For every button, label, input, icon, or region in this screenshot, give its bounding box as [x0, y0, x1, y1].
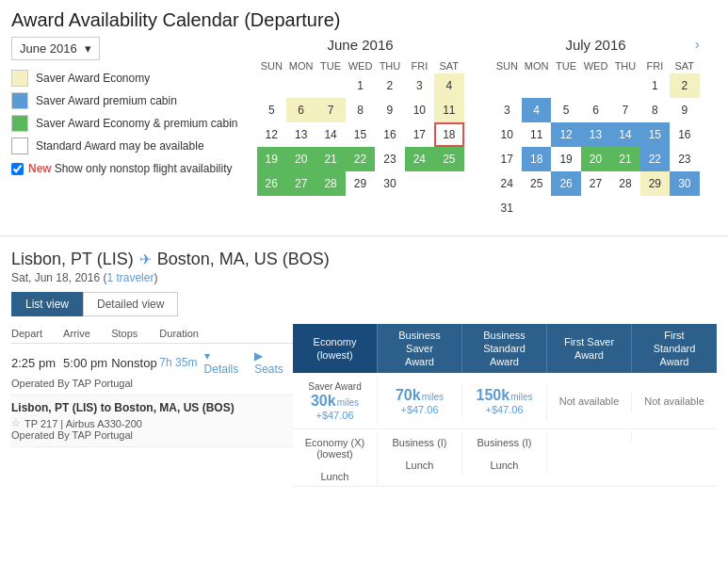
award-cell-biz-saver[interactable]: 70k miles +$47.06: [378, 383, 462, 419]
cal-cell[interactable]: 5: [551, 98, 580, 122]
tab-detailed-view[interactable]: Detailed view: [83, 292, 178, 316]
cal-cell[interactable]: 4: [434, 73, 463, 98]
star-icon: ☆: [11, 417, 21, 429]
tab-list-view[interactable]: List view: [11, 292, 83, 316]
cal-cell[interactable]: 1: [346, 73, 375, 98]
cal-cell[interactable]: 3: [405, 73, 434, 98]
cal-cell[interactable]: 7: [610, 98, 639, 122]
cal-cell[interactable]: 6: [581, 98, 610, 122]
details-link[interactable]: ▾ Details: [204, 349, 246, 376]
award-header-first-standard: FirstStandardAward: [632, 324, 717, 373]
cal-cell[interactable]: 4: [522, 98, 551, 122]
economy-miles-unit: miles: [337, 397, 359, 408]
seats-link[interactable]: ▶ Seats: [254, 349, 293, 376]
cal-cell: [434, 171, 463, 196]
cal-cell[interactable]: 22: [346, 147, 375, 171]
cal-cell: [315, 73, 345, 98]
cal-cell[interactable]: 28: [610, 171, 639, 196]
cal-cell[interactable]: 2: [375, 73, 404, 98]
award-row-1: Saver Award 30k miles +$47.06 70k miles …: [293, 373, 717, 429]
july-header: July 2016 ›: [493, 37, 700, 53]
cal-cell[interactable]: 25: [434, 147, 463, 171]
cal-day-header: TUE: [551, 58, 580, 73]
award-header-biz-standard: BusinessStandardAward: [462, 324, 547, 373]
award-cell-first-saver: Not available: [547, 392, 632, 411]
biz-saver-miles-unit: miles: [422, 392, 444, 402]
cal-cell[interactable]: 23: [670, 147, 699, 171]
cal-cell[interactable]: 26: [551, 171, 580, 196]
cal-cell[interactable]: 12: [551, 122, 580, 147]
flight-table: Depart Arrive Stops Duration 2:25 pm 5:0…: [11, 324, 717, 487]
cal-cell[interactable]: 10: [493, 122, 522, 147]
cal-cell: [610, 196, 639, 220]
flight-right: Economy(lowest) BusinessSaverAward Busin…: [293, 324, 717, 487]
next-month-icon[interactable]: ›: [695, 37, 700, 52]
award-cell-economy[interactable]: Saver Award 30k miles +$47.06: [293, 378, 378, 425]
flight-section: Lisbon, PT (LIS) ✈ Boston, MA, US (BOS) …: [0, 242, 728, 487]
cal-cell: [640, 196, 670, 220]
cal-cell[interactable]: 27: [286, 171, 315, 196]
cal-cell[interactable]: 30: [670, 171, 699, 196]
cal-cell[interactable]: 8: [346, 98, 375, 122]
cal-cell[interactable]: 9: [670, 98, 699, 122]
col-header-duration: Duration: [159, 328, 203, 339]
cal-cell[interactable]: 31: [493, 196, 522, 220]
cal-cell[interactable]: 13: [286, 122, 315, 147]
cal-cell[interactable]: 18: [434, 122, 463, 147]
cal-cell[interactable]: 19: [257, 147, 286, 171]
flight-stops: Nonstop: [111, 356, 159, 370]
cal-cell[interactable]: 14: [315, 122, 345, 147]
cal-cell[interactable]: 16: [375, 122, 404, 147]
june-grid: SUNMONTUEWEDTHUFRISAT 123456789101112131…: [257, 58, 464, 196]
cal-cell[interactable]: 29: [346, 171, 375, 196]
cal-cell[interactable]: 23: [375, 147, 404, 171]
cal-cell[interactable]: 26: [257, 171, 286, 196]
cal-cell[interactable]: 15: [346, 122, 375, 147]
cal-cell: [257, 73, 286, 98]
cal-cell[interactable]: 3: [493, 98, 522, 122]
cal-cell[interactable]: 8: [640, 98, 670, 122]
cal-cell[interactable]: 19: [551, 147, 580, 171]
cal-cell[interactable]: 18: [522, 147, 551, 171]
cal-cell[interactable]: 6: [286, 98, 315, 122]
nonstop-checkbox[interactable]: [11, 163, 24, 175]
month-dropdown[interactable]: June 2016 ▾: [11, 37, 100, 60]
cal-cell[interactable]: 30: [375, 171, 404, 196]
cal-cell[interactable]: 28: [315, 171, 345, 196]
cal-cell[interactable]: 21: [610, 147, 639, 171]
cal-cell[interactable]: 11: [434, 98, 463, 122]
cal-cell[interactable]: 7: [315, 98, 345, 122]
cal-cell[interactable]: 15: [640, 122, 670, 147]
cal-cell[interactable]: 9: [375, 98, 404, 122]
cal-cell[interactable]: 29: [640, 171, 670, 196]
cal-cell[interactable]: 24: [405, 147, 434, 171]
cal-cell[interactable]: 1: [640, 73, 670, 98]
cal-cell[interactable]: 5: [257, 98, 286, 122]
cal-cell[interactable]: 20: [286, 147, 315, 171]
cal-cell[interactable]: 11: [522, 122, 551, 147]
cal-cell[interactable]: 12: [257, 122, 286, 147]
cal-cell[interactable]: 25: [522, 171, 551, 196]
first-standard-na: Not available: [644, 396, 704, 407]
cal-cell[interactable]: 27: [581, 171, 610, 196]
economy-miles: 30k: [311, 393, 336, 410]
award-cell-biz-standard[interactable]: 150k miles +$47.06: [462, 383, 547, 419]
biz-saver-miles: 70k: [396, 387, 421, 404]
cal-cell[interactable]: 21: [315, 147, 345, 171]
cal-cell[interactable]: 17: [493, 147, 522, 171]
cal-day-header: SUN: [257, 58, 286, 73]
cal-cell: [551, 196, 580, 220]
cal-cell[interactable]: 13: [581, 122, 610, 147]
page-title: Award Availability Calendar (Departure): [0, 0, 728, 37]
cal-day-header: WED: [581, 58, 610, 73]
traveler-link[interactable]: 1 traveler: [106, 271, 154, 284]
cal-cell[interactable]: 17: [405, 122, 434, 147]
cal-cell[interactable]: 16: [670, 122, 699, 147]
cal-cell[interactable]: 2: [670, 73, 699, 98]
cal-cell[interactable]: 24: [493, 171, 522, 196]
swatch-premium: [11, 92, 28, 109]
cal-cell[interactable]: 20: [581, 147, 610, 171]
cal-cell[interactable]: 14: [610, 122, 639, 147]
cal-cell[interactable]: 10: [405, 98, 434, 122]
cal-cell[interactable]: 22: [640, 147, 670, 171]
